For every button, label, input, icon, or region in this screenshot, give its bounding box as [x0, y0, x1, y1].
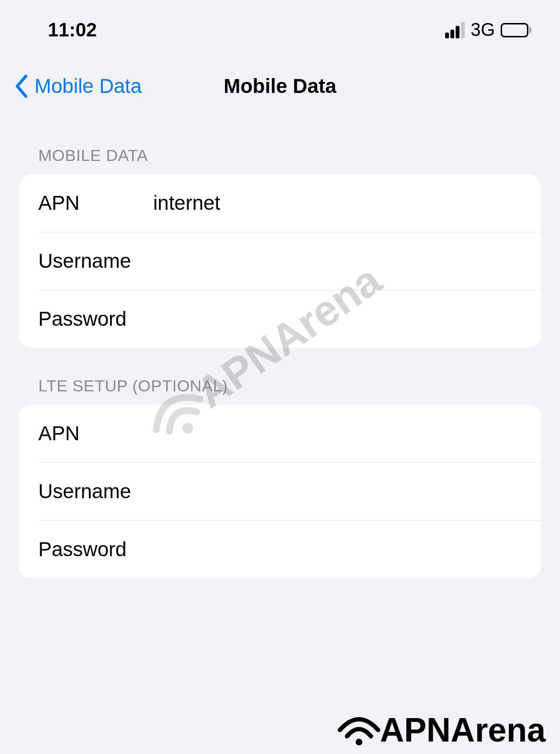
- row-label: Username: [38, 250, 153, 273]
- nav-bar: Mobile Data Mobile Data: [0, 55, 560, 117]
- row-label: APN: [38, 422, 153, 445]
- lte-password-input[interactable]: [153, 538, 522, 561]
- status-bar: 11:02 3G: [0, 0, 560, 55]
- lte-username-input[interactable]: [153, 480, 522, 503]
- section-mobile-data: MOBILE DATA APN Username Password: [0, 146, 560, 348]
- status-time: 11:02: [48, 19, 97, 41]
- watermark-label: APNArena: [380, 711, 546, 749]
- back-button-label: Mobile Data: [34, 75, 142, 98]
- battery-icon: [501, 23, 531, 37]
- wifi-icon: [335, 713, 383, 747]
- section-group-lte-setup: APN Username Password: [19, 405, 541, 578]
- lte-apn-input[interactable]: [153, 422, 522, 445]
- svg-point-1: [356, 739, 362, 745]
- chevron-left-icon: [14, 74, 29, 98]
- status-right: 3G: [445, 20, 531, 40]
- row-mobile-data-password[interactable]: Password: [19, 290, 541, 348]
- nav-title: Mobile Data: [224, 75, 336, 98]
- apn-input[interactable]: [153, 192, 522, 215]
- password-input[interactable]: [153, 308, 522, 331]
- section-header-lte-setup: LTE SETUP (OPTIONAL): [19, 377, 541, 395]
- cellular-signal-icon: [445, 22, 465, 38]
- row-label: Password: [38, 538, 153, 561]
- row-lte-password[interactable]: Password: [19, 521, 541, 578]
- watermark-bottom: APNArena: [335, 711, 546, 749]
- row-label: Password: [38, 308, 153, 331]
- section-header-mobile-data: MOBILE DATA: [19, 146, 541, 165]
- row-label: APN: [38, 192, 153, 215]
- row-mobile-data-apn[interactable]: APN: [38, 174, 541, 232]
- section-group-mobile-data: APN Username Password: [19, 174, 541, 348]
- row-label: Username: [38, 480, 153, 503]
- network-type-label: 3G: [470, 20, 495, 40]
- username-input[interactable]: [153, 250, 522, 273]
- row-lte-username[interactable]: Username: [38, 463, 541, 521]
- row-mobile-data-username[interactable]: Username: [38, 232, 541, 290]
- section-lte-setup: LTE SETUP (OPTIONAL) APN Username Passwo…: [0, 377, 560, 578]
- row-lte-apn[interactable]: APN: [38, 405, 541, 463]
- back-button[interactable]: Mobile Data: [14, 74, 142, 98]
